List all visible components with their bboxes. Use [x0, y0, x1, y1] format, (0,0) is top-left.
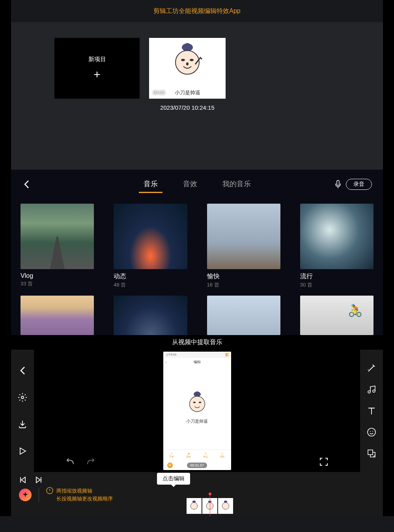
back-button[interactable]: [22, 178, 31, 190]
svg-point-9: [189, 396, 205, 412]
editor-right-toolbar: [360, 350, 383, 472]
phone-body: 小刀是帅逼: [163, 366, 231, 450]
gear-icon: [18, 393, 27, 402]
music-category[interactable]: [300, 296, 373, 335]
magic-wand-icon: [367, 363, 376, 373]
fullscreen-button[interactable]: [319, 457, 329, 466]
phone-header: ‹ 编辑: [163, 358, 231, 366]
text-button[interactable]: [364, 404, 379, 418]
record-button[interactable]: 录音: [346, 179, 372, 190]
timeline-panel: 点击编辑 + 两指缩放视频轴 长按视频轴更改视频顺序: [0, 472, 394, 516]
chevron-left-icon: [20, 366, 25, 375]
new-project-button[interactable]: 新项目 +: [54, 38, 140, 99]
editor-preview: 上午9:54 📶 ‹ 编辑 小刀是帅逼 A字体 ◉: [34, 350, 360, 472]
svg-point-8: [196, 392, 199, 394]
svg-point-4: [190, 59, 194, 61]
category-image: [207, 204, 280, 269]
app-header: 剪辑工坊全能视频编辑特效App: [0, 0, 394, 22]
clip-frame: [202, 498, 217, 514]
phone-preview[interactable]: 上午9:54 📶 ‹ 编辑 小刀是帅逼 A字体 ◉: [163, 352, 231, 470]
clip-frame: [187, 498, 202, 514]
phone-tool-font: A字体: [169, 452, 174, 459]
category-image: [207, 296, 280, 335]
category-image: [300, 296, 373, 335]
music-category-pop[interactable]: 流行 30 首: [300, 204, 373, 288]
phone-status-bar: 上午9:54 📶: [163, 352, 231, 358]
phone-tool-color: ◉颜色: [186, 452, 191, 459]
music-button[interactable]: [364, 382, 379, 397]
download-icon: [18, 420, 27, 429]
sticker-button[interactable]: [364, 425, 379, 439]
phone-body-text: 小刀是帅逼: [186, 418, 208, 424]
category-name: Vlog: [21, 272, 94, 279]
skip-start-icon: [19, 476, 27, 484]
play-icon: [18, 447, 27, 455]
category-image: [114, 296, 187, 335]
svg-point-10: [193, 402, 196, 403]
undo-button[interactable]: [65, 458, 76, 466]
add-clip-button[interactable]: +: [19, 489, 32, 501]
music-category[interactable]: [207, 296, 280, 335]
undo-icon: [65, 458, 76, 466]
timeline-clips[interactable]: [187, 498, 233, 514]
music-category[interactable]: [114, 296, 187, 335]
music-category-happy[interactable]: 愉快 16 首: [207, 204, 280, 288]
fullscreen-icon: [319, 457, 329, 466]
category-name: 流行: [300, 272, 373, 281]
play-button[interactable]: [16, 444, 29, 458]
project-item[interactable]: 00:03 小刀是帅逼 2023/07/20 10:24:15: [149, 38, 226, 170]
phone-toolbar: A字体 ◉颜色 ✎描边 ▢阴影: [163, 450, 231, 461]
layers-icon: [367, 449, 376, 458]
category-name: 动态: [114, 272, 187, 281]
category-image: [300, 204, 373, 269]
phone-timestamp: 00:01.57: [187, 463, 207, 468]
music-categories-row2: [11, 288, 383, 335]
export-button[interactable]: [15, 417, 30, 431]
playhead[interactable]: [210, 494, 210, 516]
back-button[interactable]: [17, 364, 28, 377]
phone-status-icons: 📶: [225, 353, 229, 356]
category-image: [114, 204, 187, 269]
magic-button[interactable]: [364, 361, 379, 375]
music-category[interactable]: [21, 296, 94, 335]
text-icon: [367, 406, 376, 416]
tip-line-1: 两指缩放视频轴: [56, 487, 113, 495]
project-thumbnail: 00:03 小刀是帅逼: [149, 38, 226, 99]
settings-button[interactable]: [15, 390, 30, 405]
category-image: [21, 204, 94, 269]
music-category-vlog[interactable]: Vlog 33 首: [21, 204, 94, 288]
extract-music-bar[interactable]: 从视频中提取音乐: [0, 335, 394, 350]
tab-mymusic[interactable]: 我的音乐: [218, 176, 256, 193]
svg-point-18: [190, 502, 197, 509]
phone-record-icon: 同: [167, 463, 173, 468]
cartoon-icon: [185, 391, 209, 417]
divider: [39, 488, 39, 502]
music-category-dynamic[interactable]: 动态 48 首: [114, 204, 187, 288]
svg-point-1: [185, 43, 190, 47]
redo-button[interactable]: [85, 458, 95, 466]
phone-header-title: 编辑: [194, 360, 201, 365]
skip-end-icon: [35, 476, 43, 484]
tab-effects[interactable]: 音效: [178, 176, 202, 193]
svg-point-5: [186, 62, 189, 66]
projects-panel: 新项目 + 00:03 小刀是帅逼 2023/07/20 10:24:15: [0, 22, 394, 170]
music-note-icon: [367, 385, 376, 394]
music-header: 音乐 音效 我的音乐 录音: [11, 174, 383, 195]
extract-label: 从视频中提取音乐: [172, 339, 222, 345]
category-count: 30 首: [300, 281, 373, 288]
tab-music[interactable]: 音乐: [139, 176, 162, 193]
phone-bottom-bar: 同 00:01.57: [163, 461, 231, 470]
phone-tool-shadow: ▢阴影: [220, 452, 225, 459]
skip-start-button[interactable]: [19, 476, 27, 484]
music-tabs: 音乐 音效 我的音乐: [139, 176, 256, 193]
svg-point-6: [21, 396, 24, 399]
skip-end-button[interactable]: [35, 476, 43, 484]
new-project-label: 新项目: [88, 56, 106, 63]
layers-button[interactable]: [364, 446, 379, 461]
music-section: 音乐 音效 我的音乐 录音 Vlog 33 首 动态 48 首 愉快 16 首 …: [0, 170, 394, 335]
svg-point-3: [181, 59, 185, 61]
category-count: 48 首: [114, 281, 187, 288]
svg-point-12: [368, 428, 375, 436]
clip-frame: [218, 498, 233, 514]
category-name: 愉快: [207, 272, 280, 281]
